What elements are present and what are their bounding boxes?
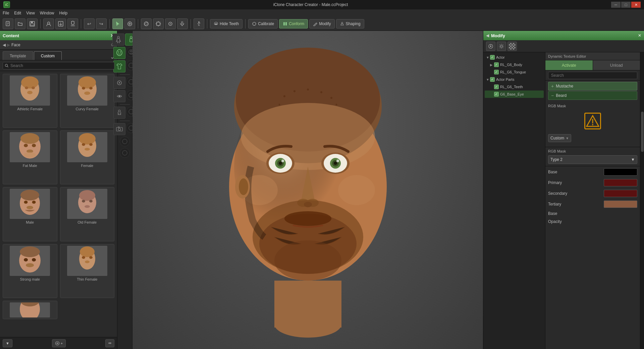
tongue-checkbox[interactable] — [494, 70, 499, 74]
tool-clothing-front[interactable] — [113, 60, 125, 72]
svg-point-136 — [336, 160, 339, 162]
menu-view[interactable]: View — [26, 11, 35, 15]
tool-extra-2[interactable] — [120, 148, 130, 158]
walk-tool[interactable] — [194, 18, 204, 29]
shaping-button[interactable]: Shaping — [336, 19, 364, 28]
modify-panel-close[interactable]: ✕ — [638, 33, 641, 38]
eye-checkbox[interactable] — [494, 92, 499, 97]
modify-back-icon[interactable]: ◀ — [486, 33, 489, 38]
activate-button[interactable]: Activate — [545, 60, 593, 70]
expand-icon[interactable]: ▼ — [486, 56, 490, 59]
tool-face[interactable] — [113, 47, 125, 59]
char-female[interactable]: Female — [60, 130, 115, 184]
pan-tool[interactable] — [177, 18, 188, 29]
add-tool[interactable] — [124, 18, 135, 29]
undo-button[interactable]: ↩ — [84, 18, 95, 29]
svg-point-42 — [78, 76, 96, 89]
profile-button[interactable] — [43, 18, 54, 29]
char-fat-male[interactable]: Fat Male — [3, 130, 57, 184]
rtool-back[interactable] — [486, 42, 495, 51]
menu-edit[interactable]: Edit — [14, 11, 21, 15]
new-button[interactable] — [3, 18, 13, 29]
svg-point-92 — [120, 52, 121, 53]
actor-label: Actor — [496, 55, 505, 59]
menu-bar: File Edit View Window Help — [0, 9, 644, 17]
conform-button[interactable]: Conform — [279, 19, 308, 28]
expand-icon-body[interactable]: ▶ — [490, 63, 494, 67]
rtool-settings[interactable] — [497, 42, 506, 51]
beard-row[interactable]: − Beard — [548, 91, 637, 100]
tool-camera[interactable] — [113, 123, 125, 135]
char-old-female[interactable]: Old Female — [60, 187, 115, 241]
tree-item-teeth[interactable]: RL_G6_Teeth — [485, 83, 544, 91]
actor-checkbox[interactable] — [490, 55, 495, 60]
mustache-expand[interactable]: + — [551, 83, 554, 89]
menu-window[interactable]: Window — [40, 11, 54, 15]
expand-icon-parts[interactable]: ▼ — [486, 78, 490, 81]
tab-template[interactable]: Template — [3, 51, 33, 60]
tool-morph[interactable] — [113, 107, 125, 119]
custom-dropdown[interactable]: Custom ▼ — [548, 134, 571, 142]
tab-custom[interactable]: Custom — [34, 51, 62, 60]
tool-body-front[interactable] — [112, 34, 124, 46]
beard-expand[interactable]: − — [551, 93, 554, 98]
export-button[interactable] — [67, 18, 78, 29]
tool-paint[interactable] — [113, 77, 125, 89]
redo-button[interactable]: ↪ — [96, 18, 107, 29]
tree-item-actor-parts[interactable]: ▼ Actor Parts — [485, 76, 544, 83]
scrollbar-track[interactable] — [640, 52, 644, 349]
minimize-button[interactable]: ─ — [611, 2, 621, 8]
modify-label: Modify — [319, 21, 331, 26]
select-tool[interactable] — [112, 18, 123, 29]
tool-eye[interactable] — [113, 90, 125, 102]
unload-button[interactable]: Unload — [593, 60, 640, 70]
viewport[interactable] — [132, 31, 483, 349]
search-input[interactable] — [3, 62, 114, 69]
char-athletic-female[interactable]: Athletic Female — [3, 74, 57, 128]
props-search-input[interactable] — [548, 72, 637, 79]
body-checkbox[interactable] — [494, 62, 499, 67]
secondary-color-swatch[interactable] — [604, 190, 637, 197]
char-thin-female[interactable]: Thin Female — [60, 244, 115, 298]
add-content-btn[interactable]: + — [52, 339, 66, 347]
rtool-checker[interactable] — [507, 42, 517, 51]
tree-item-body[interactable]: ▶ RL_G6_Body — [485, 61, 544, 68]
open-button[interactable] — [15, 18, 25, 29]
char-partial[interactable] — [3, 301, 57, 319]
tree-item-eye[interactable]: G6_Base_Eye — [485, 91, 544, 98]
tertiary-color-swatch[interactable] — [604, 200, 637, 208]
move-tool[interactable] — [153, 18, 164, 29]
calibrate-button[interactable]: Calibrate — [248, 19, 278, 28]
close-button[interactable]: ✕ — [631, 2, 641, 8]
parts-checkbox[interactable] — [490, 77, 495, 82]
char-label: Strong male — [20, 277, 40, 281]
primary-color-swatch[interactable] — [604, 179, 637, 186]
tool-extra-1[interactable] — [120, 136, 130, 147]
hide-teeth-button[interactable]: Hide Teeth — [210, 19, 243, 28]
rotate-tool[interactable] — [165, 18, 176, 29]
char-strong-male[interactable]: Strong male — [3, 244, 57, 298]
orbit-tool[interactable] — [141, 18, 152, 29]
bottom-right-btn[interactable]: ⇔ — [105, 339, 114, 347]
scroll-left-btn[interactable]: ▼ — [3, 339, 12, 347]
tree-item-actor[interactable]: ▼ Actor — [485, 54, 544, 61]
tree-item-tongue[interactable]: RL_G6_Tongue — [485, 68, 544, 76]
scrollbar-thumb[interactable] — [641, 112, 644, 152]
import-button[interactable] — [55, 18, 66, 29]
maximize-button[interactable]: □ — [621, 2, 631, 8]
char-male[interactable]: Male — [3, 187, 57, 241]
tongue-label: RL_G6_Tongue — [500, 70, 526, 74]
menu-file[interactable]: File — [3, 11, 9, 15]
base-color-swatch[interactable] — [604, 168, 637, 176]
teeth-checkbox[interactable] — [494, 84, 499, 89]
char-curvy-female[interactable]: Curvy Female — [60, 74, 115, 128]
svg-point-61 — [26, 206, 33, 209]
svg-point-154 — [592, 124, 593, 125]
modify-button[interactable]: Modify — [309, 19, 334, 28]
type2-dropdown[interactable]: Type 2 ▼ — [548, 155, 637, 164]
dte-header: Dynamic Texture Editor — [545, 52, 640, 60]
save-button[interactable] — [27, 18, 38, 29]
nav-back[interactable]: ◀ — [3, 43, 6, 47]
menu-help[interactable]: Help — [59, 11, 68, 15]
mustache-row[interactable]: + Mustache — [548, 82, 637, 91]
